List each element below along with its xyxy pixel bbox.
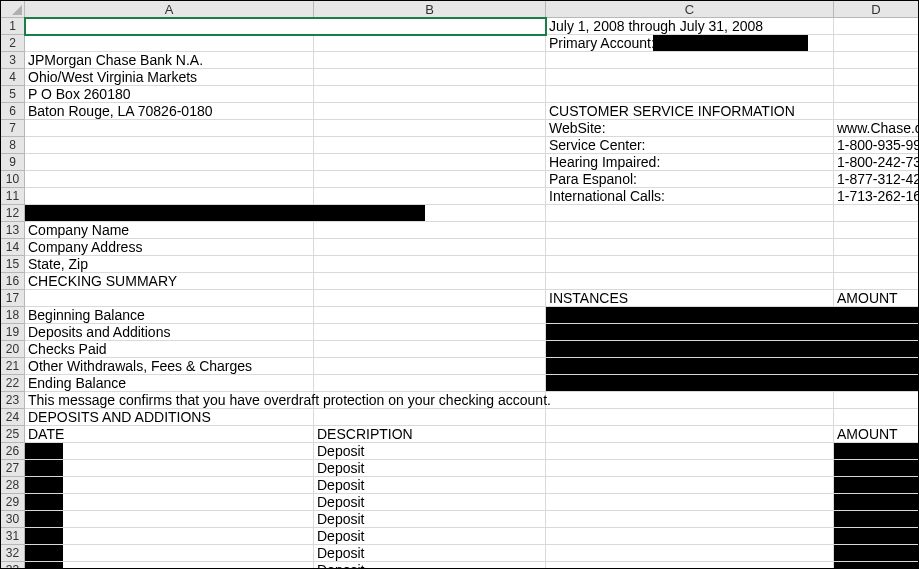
row-header-25[interactable]: 25 — [1, 426, 25, 443]
column-header-D[interactable]: D — [834, 1, 919, 18]
row-header-20[interactable]: 20 — [1, 341, 25, 358]
cell-C20[interactable] — [546, 341, 834, 358]
cell-C31[interactable] — [546, 528, 834, 545]
cell-D26[interactable] — [834, 443, 919, 460]
row-header-5[interactable]: 5 — [1, 86, 25, 103]
cell-C26[interactable] — [546, 443, 834, 460]
cell-D32[interactable] — [834, 545, 919, 562]
cell-D9[interactable]: 1-800-242-7383 — [834, 154, 919, 171]
row-header-1[interactable]: 1 — [1, 18, 25, 35]
cell-D16[interactable] — [834, 273, 919, 290]
cell-D30[interactable] — [834, 511, 919, 528]
row-header-28[interactable]: 28 — [1, 477, 25, 494]
cell-D33[interactable] — [834, 562, 919, 569]
cell-A23[interactable]: This message confirms that you have over… — [25, 392, 314, 409]
cell-A17[interactable] — [25, 290, 314, 307]
cell-B14[interactable] — [314, 239, 546, 256]
cell-A27[interactable] — [25, 460, 314, 477]
cell-D2[interactable] — [834, 35, 919, 52]
cell-C14[interactable] — [546, 239, 834, 256]
cell-C18[interactable] — [546, 307, 834, 324]
cell-D14[interactable] — [834, 239, 919, 256]
cell-B11[interactable] — [314, 188, 546, 205]
cell-D25[interactable]: AMOUNT — [834, 426, 919, 443]
row-header-11[interactable]: 11 — [1, 188, 25, 205]
cell-B33[interactable]: Deposit — [314, 562, 546, 569]
cell-B24[interactable] — [314, 409, 546, 426]
cell-A29[interactable] — [25, 494, 314, 511]
cell-D22[interactable] — [834, 375, 919, 392]
cell-C27[interactable] — [546, 460, 834, 477]
row-header-18[interactable]: 18 — [1, 307, 25, 324]
row-header-3[interactable]: 3 — [1, 52, 25, 69]
cell-A32[interactable] — [25, 545, 314, 562]
cell-B21[interactable] — [314, 358, 546, 375]
cell-D4[interactable] — [834, 69, 919, 86]
cell-C11[interactable]: International Calls: — [546, 188, 834, 205]
cell-B6[interactable] — [314, 103, 546, 120]
cell-C16[interactable] — [546, 273, 834, 290]
cell-B5[interactable] — [314, 86, 546, 103]
cell-A28[interactable] — [25, 477, 314, 494]
cell-C17[interactable]: INSTANCES — [546, 290, 834, 307]
row-header-2[interactable]: 2 — [1, 35, 25, 52]
row-header-24[interactable]: 24 — [1, 409, 25, 426]
row-header-7[interactable]: 7 — [1, 120, 25, 137]
cell-C1[interactable]: July 1, 2008 through July 31, 2008 — [546, 18, 834, 35]
row-header-4[interactable]: 4 — [1, 69, 25, 86]
cell-A15[interactable]: State, Zip — [25, 256, 314, 273]
cell-B4[interactable] — [314, 69, 546, 86]
cell-D5[interactable] — [834, 86, 919, 103]
cell-B18[interactable] — [314, 307, 546, 324]
cell-B25[interactable]: DESCRIPTION — [314, 426, 546, 443]
cell-B31[interactable]: Deposit — [314, 528, 546, 545]
cell-B3[interactable] — [314, 52, 546, 69]
cell-B27[interactable]: Deposit — [314, 460, 546, 477]
cell-A14[interactable]: Company Address — [25, 239, 314, 256]
cell-C2[interactable]: Primary Account: — [546, 35, 834, 52]
cell-A26[interactable] — [25, 443, 314, 460]
row-header-31[interactable]: 31 — [1, 528, 25, 545]
cell-D19[interactable] — [834, 324, 919, 341]
cell-B10[interactable] — [314, 171, 546, 188]
cell-A1[interactable] — [25, 18, 546, 35]
cell-D29[interactable] — [834, 494, 919, 511]
row-header-6[interactable]: 6 — [1, 103, 25, 120]
select-all-corner[interactable] — [1, 1, 25, 18]
cell-C9[interactable]: Hearing Impaired: — [546, 154, 834, 171]
cell-C12[interactable] — [546, 205, 834, 222]
cell-A19[interactable]: Deposits and Additions — [25, 324, 314, 341]
cell-C4[interactable] — [546, 69, 834, 86]
cell-D20[interactable] — [834, 341, 919, 358]
cell-B29[interactable]: Deposit — [314, 494, 546, 511]
cell-D17[interactable]: AMOUNT — [834, 290, 919, 307]
cell-A8[interactable] — [25, 137, 314, 154]
row-header-12[interactable]: 12 — [1, 205, 25, 222]
cell-D28[interactable] — [834, 477, 919, 494]
cell-A24[interactable]: DEPOSITS AND ADDITIONS — [25, 409, 314, 426]
row-header-30[interactable]: 30 — [1, 511, 25, 528]
cell-B17[interactable] — [314, 290, 546, 307]
cell-A10[interactable] — [25, 171, 314, 188]
cell-C23[interactable] — [546, 392, 834, 409]
cell-A11[interactable] — [25, 188, 314, 205]
cell-C8[interactable]: Service Center: — [546, 137, 834, 154]
cell-D3[interactable] — [834, 52, 919, 69]
spreadsheet-grid[interactable]: ABCD1July 1, 2008 through July 31, 20082… — [1, 1, 918, 569]
cell-A5[interactable]: P O Box 260180 — [25, 86, 314, 103]
cell-D27[interactable] — [834, 460, 919, 477]
row-header-29[interactable]: 29 — [1, 494, 25, 511]
cell-D15[interactable] — [834, 256, 919, 273]
cell-A21[interactable]: Other Withdrawals, Fees & Charges — [25, 358, 314, 375]
cell-B7[interactable] — [314, 120, 546, 137]
cell-B13[interactable] — [314, 222, 546, 239]
cell-D10[interactable]: 1-877-312-4273 — [834, 171, 919, 188]
cell-B9[interactable] — [314, 154, 546, 171]
cell-D1[interactable] — [834, 18, 919, 35]
row-header-9[interactable]: 9 — [1, 154, 25, 171]
cell-B22[interactable] — [314, 375, 546, 392]
cell-C28[interactable] — [546, 477, 834, 494]
cell-C13[interactable] — [546, 222, 834, 239]
cell-A2[interactable] — [25, 35, 314, 52]
cell-A16[interactable]: CHECKING SUMMARY — [25, 273, 314, 290]
